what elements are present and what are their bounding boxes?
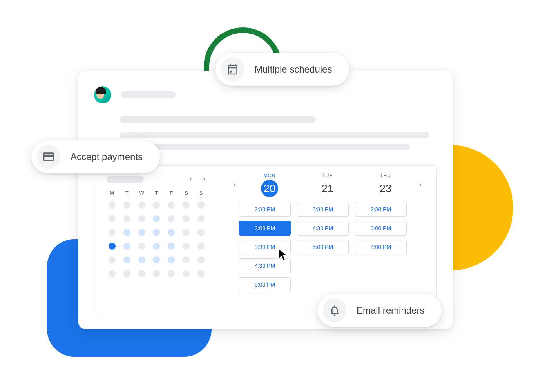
date-cell[interactable] [183,256,190,263]
schedule-panel: MTWTFSS MON20TUE21THU23 2:30 PM3:00 PM3:… [94,165,437,314]
day-column-header[interactable]: TUE21 [299,173,357,197]
date-cell[interactable] [168,243,175,250]
date-cell[interactable] [183,243,190,250]
date-cell[interactable] [123,256,130,263]
month-label-placeholder [106,176,144,183]
date-cell[interactable] [109,270,116,277]
time-slot[interactable]: 4:00 PM [355,240,407,254]
slot-column: 2:30 PM3:00 PM4:00 PM [355,202,407,292]
date-cell[interactable] [197,201,205,209]
date-cell[interactable] [123,201,130,209]
date-cell[interactable] [138,243,145,250]
weekday-label: F [165,190,177,196]
avatar [94,86,111,103]
date-cell[interactable] [138,201,145,209]
date-cell[interactable] [197,229,205,236]
feature-chip-label: Accept payments [71,151,143,162]
feature-chip-email-reminders: Email reminders [317,294,442,327]
description-line-placeholder [120,144,410,150]
date-cell[interactable] [153,243,160,250]
weekday-label: T [121,190,133,196]
time-slot[interactable]: 4:30 PM [297,221,349,236]
weekday-label: S [180,190,192,196]
description-line-placeholder [120,132,429,138]
date-cell[interactable] [109,243,116,250]
date-cell[interactable] [168,256,175,263]
weekday-label: W [136,190,148,196]
date-cell[interactable] [183,201,190,209]
day-column-header[interactable]: MON20 [241,173,299,197]
date-cell[interactable] [153,270,160,277]
weekday-header-row: MTWTFSS [106,190,207,196]
time-slots-panel: MON20TUE21THU23 2:30 PM3:00 PM3:30 PM4:3… [219,166,436,314]
feature-chip-accept-payments: Accept payments [31,140,160,173]
day-of-week-label: MON [241,173,299,178]
time-slot-selected[interactable]: 3:00 PM [239,221,291,236]
booking-card: MTWTFSS MON20TUE21THU23 2:30 PM3:00 PM3:… [78,71,453,329]
mini-cal-prev-button[interactable] [188,176,194,183]
time-slot[interactable]: 3:30 PM [239,240,291,254]
time-slot[interactable]: 4:30 PM [239,258,291,273]
day-number: 23 [357,180,415,197]
time-slot[interactable]: 2:30 PM [239,202,291,217]
date-cell[interactable] [153,229,160,236]
date-cell[interactable] [123,215,130,222]
credit-card-icon [37,145,60,169]
date-cell[interactable] [109,256,116,263]
weekday-label: T [151,190,163,196]
time-slot[interactable]: 3:30 PM [297,202,349,217]
date-cell[interactable] [153,256,160,263]
date-cell[interactable] [183,215,190,222]
host-name-placeholder [121,91,176,98]
chevron-right-icon [418,182,423,188]
slots-next-button[interactable] [415,179,426,191]
time-slot[interactable]: 5:00 PM [239,277,291,292]
calendar-icon [221,58,244,81]
date-cell[interactable] [109,229,116,236]
date-cell[interactable] [109,201,116,209]
time-slot[interactable]: 5:00 PM [297,240,349,254]
feature-chip-label: Multiple schedules [255,64,332,75]
date-cell[interactable] [183,229,190,236]
date-cell[interactable] [123,229,130,236]
date-cell[interactable] [123,243,130,250]
time-slot[interactable]: 3:00 PM [355,221,407,236]
weekday-label: S [195,190,207,196]
day-column-header[interactable]: THU23 [357,173,415,197]
bell-icon [323,299,346,322]
title-placeholder [120,116,316,123]
date-cell[interactable] [197,256,205,263]
date-cell[interactable] [153,215,160,222]
chevron-left-icon [188,176,194,181]
date-cell[interactable] [153,201,160,209]
chevron-right-icon [201,176,207,181]
time-slot[interactable]: 2:30 PM [355,202,407,217]
date-cell[interactable] [138,270,145,277]
weekday-label: M [106,190,118,196]
slots-prev-button[interactable] [229,179,241,191]
mini-calendar: MTWTFSS [94,166,219,314]
date-cell[interactable] [138,256,145,263]
slot-column: 3:30 PM4:30 PM5:00 PM [297,202,349,292]
chevron-left-icon [232,182,237,188]
date-cell[interactable] [183,270,190,277]
date-cell[interactable] [168,270,175,277]
day-number: 21 [299,180,357,197]
feature-chip-multiple-schedules: Multiple schedules [215,53,349,86]
feature-chip-label: Email reminders [357,305,424,316]
day-of-week-label: THU [357,173,415,178]
date-cell[interactable] [168,229,175,236]
date-cell[interactable] [138,229,145,236]
date-grid [106,201,207,277]
date-cell[interactable] [197,270,205,277]
day-number: 20 [261,180,278,197]
date-cell[interactable] [197,243,205,250]
date-cell[interactable] [197,215,205,222]
date-cell[interactable] [168,201,175,209]
slot-column: 2:30 PM3:00 PM3:30 PM4:30 PM5:00 PM [239,202,291,292]
date-cell[interactable] [109,215,116,222]
date-cell[interactable] [138,215,145,222]
date-cell[interactable] [123,270,130,277]
date-cell[interactable] [168,215,175,222]
mini-cal-next-button[interactable] [201,176,207,183]
